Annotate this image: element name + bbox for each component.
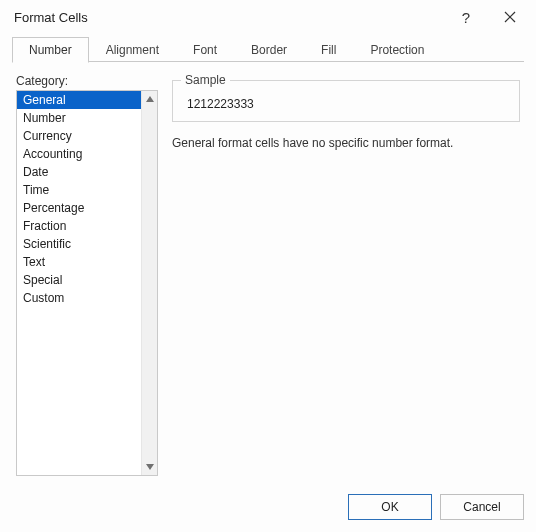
sample-groupbox: Sample 1212223333 <box>172 80 520 122</box>
titlebar: Format Cells ? <box>0 0 536 34</box>
tab-number[interactable]: Number <box>12 37 89 63</box>
category-listbox[interactable]: General Number Currency Accounting Date … <box>16 90 158 476</box>
listbox-scrollbar[interactable] <box>141 91 157 475</box>
category-item-percentage[interactable]: Percentage <box>17 199 141 217</box>
dialog-footer: OK Cancel <box>0 484 536 532</box>
tab-border[interactable]: Border <box>234 37 304 62</box>
format-cells-dialog: Format Cells ? Number Alignment Font Bor… <box>0 0 536 532</box>
category-item-accounting[interactable]: Accounting <box>17 145 141 163</box>
window-title: Format Cells <box>14 10 444 25</box>
category-item-custom[interactable]: Custom <box>17 289 141 307</box>
tab-font[interactable]: Font <box>176 37 234 62</box>
svg-marker-3 <box>146 464 154 470</box>
dialog-body: Category: General Number Currency Accoun… <box>0 62 536 484</box>
detail-column: Sample 1212223333 General format cells h… <box>172 74 520 476</box>
category-item-text[interactable]: Text <box>17 253 141 271</box>
category-label: Category: <box>16 74 158 88</box>
svg-marker-2 <box>146 96 154 102</box>
category-item-number[interactable]: Number <box>17 109 141 127</box>
category-item-general[interactable]: General <box>17 91 141 109</box>
close-button[interactable] <box>488 2 532 32</box>
cancel-button[interactable]: Cancel <box>440 494 524 520</box>
tab-fill[interactable]: Fill <box>304 37 353 62</box>
scroll-down-icon[interactable] <box>142 459 158 475</box>
tab-alignment[interactable]: Alignment <box>89 37 176 62</box>
close-icon <box>504 11 516 23</box>
format-description: General format cells have no specific nu… <box>172 136 520 150</box>
sample-value: 1212223333 <box>187 97 507 111</box>
category-item-date[interactable]: Date <box>17 163 141 181</box>
category-item-fraction[interactable]: Fraction <box>17 217 141 235</box>
category-item-currency[interactable]: Currency <box>17 127 141 145</box>
tab-strip: Number Alignment Font Border Fill Protec… <box>0 34 536 62</box>
help-button[interactable]: ? <box>444 2 488 32</box>
sample-legend: Sample <box>181 73 230 87</box>
category-item-time[interactable]: Time <box>17 181 141 199</box>
category-item-scientific[interactable]: Scientific <box>17 235 141 253</box>
tab-protection[interactable]: Protection <box>353 37 441 62</box>
category-column: Category: General Number Currency Accoun… <box>16 74 158 476</box>
scroll-up-icon[interactable] <box>142 91 158 107</box>
category-item-special[interactable]: Special <box>17 271 141 289</box>
ok-button[interactable]: OK <box>348 494 432 520</box>
